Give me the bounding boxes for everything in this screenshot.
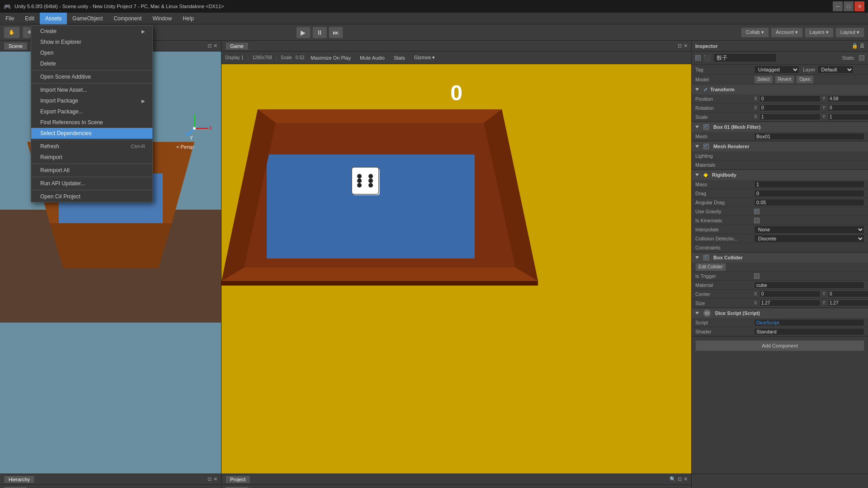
hierarchy-panel-pin[interactable]: ⊡: [208, 476, 212, 482]
menu-window[interactable]: Window: [147, 13, 177, 24]
menu-gameobject[interactable]: GameObject: [67, 13, 108, 24]
ctx-export-package[interactable]: Export Package...: [31, 106, 152, 117]
game-panel-pin[interactable]: ⊡: [678, 43, 682, 49]
ctx-open[interactable]: Open: [31, 47, 152, 58]
layers-btn[interactable]: Layers ▾: [805, 28, 834, 38]
play-btn[interactable]: ▶: [296, 27, 311, 38]
stats-btn[interactable]: Stats: [391, 54, 408, 61]
game-viewport[interactable]: 0: [222, 64, 691, 474]
pause-btn[interactable]: ⏸: [312, 27, 327, 38]
transform-header[interactable]: ⤢ Transform: [692, 84, 868, 94]
pos-y-input[interactable]: 4.58: [828, 95, 868, 102]
pos-x-input[interactable]: 0: [760, 95, 821, 102]
center-x-input[interactable]: 0: [760, 291, 821, 297]
ctx-open-csharp[interactable]: Open C# Project: [31, 191, 152, 202]
interpolate-select[interactable]: None: [754, 225, 864, 234]
center-y-input[interactable]: 0: [828, 291, 868, 297]
collision-detection-select[interactable]: Discrete: [754, 235, 864, 243]
project-tab[interactable]: Project: [225, 475, 250, 483]
collab-btn[interactable]: Collab ▾: [741, 28, 769, 38]
ctx-refresh[interactable]: Refresh Ctrl+R: [31, 141, 152, 152]
angular-drag-input[interactable]: 0.05: [754, 199, 864, 206]
hierarchy-panel-close[interactable]: ✕: [213, 476, 217, 482]
rigidbody-header[interactable]: ◆ Rigidbody: [692, 170, 868, 180]
size-x-input[interactable]: 1.27: [760, 300, 821, 306]
mute-audio-btn[interactable]: Mute Audio: [357, 54, 387, 61]
ctx-open-scene-additive[interactable]: Open Scene Additive: [31, 71, 152, 82]
ctx-import-package[interactable]: Import Package ▶: [31, 95, 152, 106]
game-panel-close[interactable]: ✕: [684, 43, 688, 49]
game-tab[interactable]: Game: [225, 42, 249, 50]
account-btn[interactable]: Account ▾: [771, 28, 803, 38]
project-panel-close[interactable]: ✕: [684, 476, 688, 482]
ctx-show-explorer[interactable]: Show in Explorer: [31, 37, 152, 47]
hierarchy-tab[interactable]: Hierarchy: [4, 475, 35, 483]
mesh-renderer-chk[interactable]: [703, 144, 709, 149]
object-active-chk[interactable]: [695, 55, 701, 61]
step-btn[interactable]: ⏭: [329, 27, 343, 38]
menu-component[interactable]: Component: [108, 13, 147, 24]
menu-help[interactable]: Help: [177, 13, 199, 24]
box-collider-chk[interactable]: [703, 255, 709, 260]
scene-panel-pin[interactable]: ⊡: [208, 43, 212, 49]
mesh-filter-header[interactable]: Box 01 (Mesh Filter): [692, 122, 868, 132]
collision-detection-label: Collision Detectio...: [695, 236, 754, 241]
mesh-filter-chk[interactable]: [703, 124, 709, 130]
ctx-delete[interactable]: Delete: [31, 58, 152, 69]
box-collider-header[interactable]: Box Collider: [692, 253, 868, 263]
scale-y-input[interactable]: 1: [828, 113, 868, 120]
inspector-lock[interactable]: 🔒: [852, 43, 858, 49]
scene-panel-close[interactable]: ✕: [213, 43, 217, 49]
menu-file[interactable]: File: [0, 13, 19, 24]
size-y-input[interactable]: 1.27: [828, 300, 868, 306]
size-row: Size X1.27 Y1.27 Z1.27: [692, 299, 868, 308]
model-label: Model: [695, 77, 754, 82]
ctx-import-new-asset[interactable]: Import New Asset...: [31, 84, 152, 95]
minimize-btn[interactable]: ─: [833, 1, 843, 11]
transform-collapse-icon: [695, 88, 699, 91]
drag-input[interactable]: 0: [754, 190, 864, 197]
is-trigger-chk[interactable]: [754, 273, 760, 279]
inspector-menu[interactable]: ☰: [860, 43, 864, 49]
rot-y-input[interactable]: 0: [828, 104, 868, 111]
mass-label: Mass: [695, 182, 754, 187]
hand-tool-btn[interactable]: ✋: [4, 27, 20, 38]
scale-x-input[interactable]: 1: [760, 113, 821, 120]
ctx-run-api-updater[interactable]: Run API Updater...: [31, 178, 152, 189]
edit-collider-btn[interactable]: Edit Collider: [695, 263, 726, 271]
scene-tab[interactable]: Scene: [4, 42, 28, 50]
gizmos-btn[interactable]: Gizmos ▾: [411, 54, 438, 61]
resolution-label[interactable]: 1280x768: [252, 55, 272, 60]
ctx-reimport-all[interactable]: Reimport All: [31, 165, 152, 176]
project-panel-pin[interactable]: ⊡: [678, 476, 682, 482]
rigidbody-title: Rigidbody: [712, 172, 736, 178]
mass-input[interactable]: 1: [754, 181, 864, 188]
static-chk[interactable]: [859, 55, 864, 61]
tag-select[interactable]: Untagged: [754, 66, 799, 74]
layer-select[interactable]: Default: [817, 66, 854, 74]
use-gravity-row: Use Gravity: [692, 207, 868, 216]
ctx-find-references[interactable]: Find References In Scene: [31, 117, 152, 128]
project-search-icon[interactable]: 🔍: [670, 476, 676, 482]
mesh-renderer-header[interactable]: Mesh Renderer: [692, 141, 868, 151]
use-gravity-chk[interactable]: [754, 209, 760, 214]
model-select-btn[interactable]: Select: [754, 75, 773, 84]
display-label[interactable]: Display 1: [225, 55, 244, 60]
model-revert-btn[interactable]: Revert: [775, 75, 794, 84]
ctx-reimport[interactable]: Reimport: [31, 152, 152, 163]
rot-x-input[interactable]: 0: [760, 104, 821, 111]
model-open-btn[interactable]: Open: [796, 75, 813, 84]
inspector-title: Inspector: [695, 43, 718, 49]
ctx-create[interactable]: Create ▶: [31, 26, 152, 37]
close-btn[interactable]: ✕: [854, 1, 864, 11]
is-kinematic-chk[interactable]: [754, 218, 760, 223]
layout-btn[interactable]: Layout ▾: [835, 28, 864, 38]
object-name-input[interactable]: [713, 53, 777, 62]
menu-edit[interactable]: Edit: [19, 13, 40, 24]
maximize-btn[interactable]: □: [844, 1, 854, 11]
menu-assets[interactable]: Assets: [40, 13, 67, 24]
dice-script-header[interactable]: 02 Dice Script (Script): [692, 308, 868, 318]
maximize-on-play-btn[interactable]: Maximize On Play: [308, 54, 354, 61]
add-component-btn[interactable]: Add Component: [695, 340, 864, 351]
ctx-select-dependencies[interactable]: Select Dependencies: [31, 128, 152, 139]
